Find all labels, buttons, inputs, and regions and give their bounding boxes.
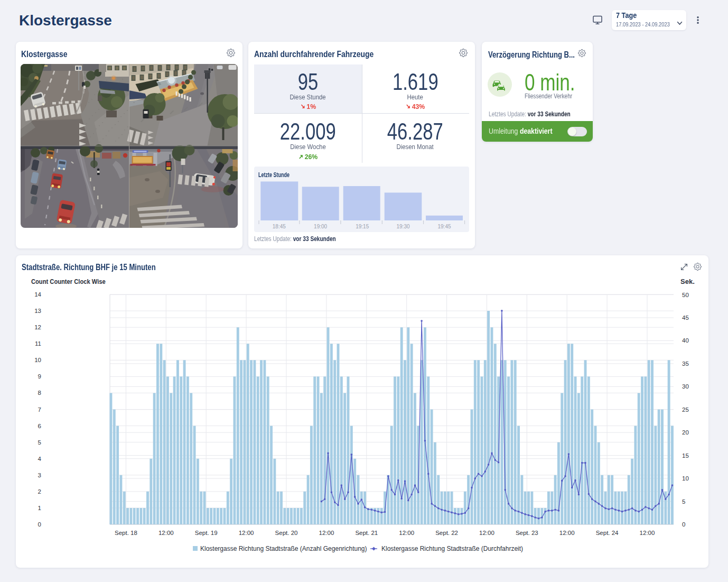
- svg-text:20: 20: [682, 429, 689, 436]
- svg-text:Sek.: Sek.: [680, 278, 695, 285]
- svg-text:12:00: 12:00: [399, 530, 414, 536]
- svg-text:Sept. 19: Sept. 19: [195, 530, 218, 536]
- svg-text:9: 9: [38, 373, 41, 380]
- svg-text:13: 13: [34, 308, 41, 314]
- svg-text:18:45: 18:45: [273, 224, 286, 229]
- svg-text:Klostergasse Richtung Stadtstr: Klostergasse Richtung Stadtstraße (Durch…: [381, 545, 523, 552]
- svg-text:14: 14: [34, 291, 41, 298]
- svg-text:12:00: 12:00: [239, 530, 254, 536]
- svg-text:8: 8: [38, 390, 41, 396]
- svg-text:0: 0: [38, 521, 41, 528]
- svg-text:25: 25: [682, 407, 689, 413]
- svg-text:30: 30: [682, 383, 689, 390]
- svg-text:19:45: 19:45: [437, 224, 451, 229]
- svg-text:12:00: 12:00: [319, 530, 334, 536]
- svg-text:4: 4: [38, 456, 42, 462]
- svg-text:19:00: 19:00: [314, 224, 327, 229]
- svg-text:1: 1: [38, 505, 41, 511]
- svg-text:Sept. 24: Sept. 24: [596, 530, 619, 536]
- svg-text:12: 12: [34, 324, 41, 330]
- svg-text:10: 10: [682, 475, 689, 482]
- svg-text:3: 3: [38, 472, 41, 478]
- svg-text:Sept. 21: Sept. 21: [355, 530, 378, 536]
- svg-text:5: 5: [38, 439, 41, 446]
- svg-text:40: 40: [682, 337, 689, 344]
- svg-text:Sept. 20: Sept. 20: [275, 530, 298, 536]
- svg-text:10: 10: [34, 357, 41, 363]
- svg-text:Klostergasse Richtung Stadtstr: Klostergasse Richtung Stadtstraße (Anzah…: [200, 545, 367, 552]
- svg-text:12:00: 12:00: [158, 530, 174, 536]
- svg-text:2: 2: [38, 488, 41, 495]
- svg-text:12:00: 12:00: [559, 530, 575, 536]
- svg-text:7: 7: [38, 407, 41, 413]
- svg-text:0: 0: [682, 521, 685, 528]
- svg-text:35: 35: [682, 361, 689, 367]
- svg-text:11: 11: [35, 340, 41, 347]
- svg-text:19:30: 19:30: [396, 224, 409, 229]
- svg-text:6: 6: [38, 423, 41, 429]
- svg-text:15: 15: [682, 452, 689, 459]
- svg-text:45: 45: [682, 315, 689, 321]
- svg-text:50: 50: [682, 292, 689, 298]
- svg-text:Sept. 22: Sept. 22: [435, 530, 458, 536]
- svg-text:5: 5: [682, 498, 685, 505]
- svg-text:Sept. 18: Sept. 18: [115, 530, 137, 536]
- svg-text:19:15: 19:15: [356, 224, 369, 229]
- svg-text:Count Counter Clock Wise: Count Counter Clock Wise: [31, 278, 106, 285]
- svg-text:12:00: 12:00: [640, 530, 655, 536]
- svg-text:Sept. 23: Sept. 23: [516, 530, 538, 536]
- svg-text:12:00: 12:00: [479, 530, 494, 536]
